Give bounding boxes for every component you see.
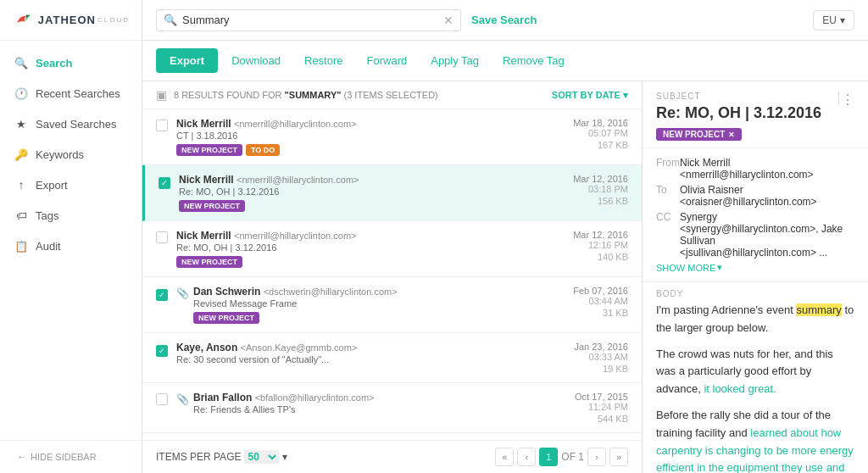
sort-field[interactable]: DATE [596, 90, 620, 100]
sidebar-item-tags[interactable]: 🏷 Tags [0, 200, 142, 231]
to-label: To [656, 184, 680, 196]
tags-icon: 🏷 [14, 208, 29, 223]
email-body-3: Nick Merrill <nmerrill@hillaryclinton.co… [176, 230, 566, 268]
email-size-4: 31 KB [573, 308, 628, 318]
results-query: "SUMMARY" [285, 90, 342, 100]
email-from-5: Kaye, Anson <Anson.Kaye@gmmb.com> [176, 342, 567, 353]
tag-label: NEW PROJECT [663, 130, 725, 139]
email-from-4: Dan Schwerin <dschwerin@hillaryclinton.c… [193, 286, 566, 298]
items-per-page-select[interactable]: 50 25 100 [244, 450, 279, 464]
row-checkbox-5[interactable]: ✓ [156, 342, 176, 357]
first-page-button[interactable]: « [495, 448, 514, 466]
sidebar-item-keywords[interactable]: 🔑 Keywords [0, 139, 142, 170]
row-checkbox-6[interactable] [156, 392, 176, 408]
email-body-4: Dan Schwerin <dschwerin@hillaryclinton.c… [193, 286, 566, 324]
save-search-button[interactable]: Save Search [471, 14, 537, 26]
table-row[interactable]: ✓ 📎 Dan Schwerin <dschwerin@hillaryclint… [142, 277, 642, 333]
to-value: Olivia Raisner <oraisner@hillaryclinton.… [680, 184, 854, 208]
items-per-page: ITEMS PER PAGE 50 25 100 ▾ [156, 450, 287, 464]
table-row[interactable]: Nick Merrill <nmerrill@hillaryclinton.co… [142, 221, 642, 277]
checkbox-icon [156, 120, 168, 131]
toolbar: Export Download Restore Forward Apply Ta… [142, 41, 868, 81]
more-options-button[interactable]: ⋮ [841, 92, 854, 108]
email-date-4: Feb 07, 2016 [573, 286, 628, 296]
select-all-checkbox[interactable]: ▣ [156, 88, 167, 102]
table-row[interactable]: 📎 Brian Fallon <bfallon@hillaryclinton.c… [142, 383, 642, 433]
to-do-tag: TO DO [246, 144, 280, 156]
new-project-tag: NEW PROJECT [193, 312, 259, 324]
subject-label: SUBJECT [656, 92, 854, 101]
search-icon: 🔍 [164, 14, 177, 26]
hide-sidebar-label: HIDE SIDEBAR [31, 452, 97, 462]
email-subject-2: Re: MO, OH | 3.12.2016 [179, 186, 566, 197]
next-page-button[interactable]: › [587, 448, 606, 466]
checkbox-icon: ✓ [156, 345, 168, 357]
row-checkbox-2[interactable]: ✓ [159, 174, 179, 189]
search-nav-icon: 🔍 [14, 55, 29, 70]
logo-icon [12, 7, 33, 34]
sidebar-item-audit[interactable]: 📋 Audit [0, 231, 142, 261]
row-checkbox-4[interactable]: ✓ [156, 286, 176, 301]
remove-tag-button[interactable]: Remove Tag [492, 48, 575, 73]
eu-selector[interactable]: EU ▾ [813, 10, 854, 31]
export-nav-icon: ↑ [14, 177, 29, 192]
pagination: « ‹ 1 OF 1 › » [495, 448, 628, 466]
sidebar-item-export[interactable]: ↑ Export [0, 170, 142, 200]
results-info: 8 RESULTS FOUND FOR "SUMMARY" (3 ITEMS S… [174, 90, 545, 100]
sidebar-item-search[interactable]: 🔍 Search [0, 47, 142, 78]
eu-label: EU [822, 14, 837, 26]
sidebar-item-saved-searches[interactable]: ★ Saved Searches [0, 109, 142, 139]
table-row[interactable]: John Podesta <john.podesta@gmail.com> Fw… [142, 433, 642, 440]
email-size-6: 544 KB [575, 414, 628, 424]
show-more-label: SHOW MORE [656, 263, 715, 273]
email-date-3: Mar 12, 2016 [573, 230, 628, 240]
table-row[interactable]: ✓ Kaye, Anson <Anson.Kaye@gmmb.com> Re: … [142, 333, 642, 383]
items-per-page-label: ITEMS PER PAGE [156, 451, 241, 463]
email-from-6: Brian Fallon <bfallon@hillaryclinton.com… [193, 392, 568, 403]
page-number-1[interactable]: 1 [539, 448, 558, 466]
saved-searches-icon: ★ [14, 116, 29, 131]
table-row[interactable]: Nick Merrill <nmerrill@hillaryclinton.co… [142, 109, 642, 165]
results-count-label: 8 RESULTS FOUND FOR [174, 90, 282, 100]
email-time-2: 03:18 PM [573, 184, 628, 194]
keywords-icon: 🔑 [14, 147, 29, 162]
new-project-tag: NEW PROJECT [179, 200, 245, 212]
email-meta-4: Feb 07, 2016 03:44 AM 31 KB [566, 286, 628, 318]
email-subject-4: Revised Message Frame [193, 298, 566, 309]
restore-button[interactable]: Restore [294, 48, 353, 73]
last-page-button[interactable]: » [609, 448, 628, 466]
email-meta-5: Jan 23, 2016 03:33 AM 19 KB [567, 342, 628, 374]
sort-chevron-icon[interactable]: ▾ [623, 90, 628, 100]
email-items: Nick Merrill <nmerrill@hillaryclinton.co… [142, 109, 642, 440]
apply-tag-button[interactable]: Apply Tag [420, 48, 489, 73]
export-button[interactable]: Export [156, 48, 218, 73]
email-body-2: Nick Merrill <nmerrill@hillaryclinton.co… [179, 174, 566, 212]
email-time-5: 03:33 AM [574, 352, 628, 362]
table-row[interactable]: ✓ Nick Merrill <nmerrill@hillaryclinton.… [142, 165, 642, 221]
tag-close-icon[interactable]: ✕ [728, 131, 735, 139]
sidebar-item-recent-label: Recent Searches [36, 87, 120, 100]
download-button[interactable]: Download [221, 48, 291, 73]
scrollbar-indicator [836, 92, 839, 105]
email-meta-2: Mar 12, 2016 03:18 PM 156 KB [566, 174, 628, 206]
row-checkbox-1[interactable] [156, 118, 176, 134]
search-input[interactable] [182, 14, 440, 26]
row-checkbox-3[interactable] [156, 230, 176, 246]
email-size-5: 19 KB [574, 364, 628, 374]
email-body-5: Kaye, Anson <Anson.Kaye@gmmb.com> Re: 30… [176, 342, 567, 368]
forward-button[interactable]: Forward [357, 48, 418, 73]
email-list: ▣ 8 RESULTS FOUND FOR "SUMMARY" (3 ITEMS… [142, 81, 643, 473]
sidebar-item-recent-searches[interactable]: 🕐 Recent Searches [0, 78, 142, 109]
email-time-4: 03:44 AM [573, 296, 628, 306]
email-time-1: 05:07 PM [573, 128, 628, 138]
sidebar-item-search-label: Search [36, 57, 72, 70]
prev-page-button[interactable]: ‹ [517, 448, 536, 466]
body-paragraph-3: Before the rally she did a tour of the t… [656, 407, 854, 473]
body-paragraph-1: I'm pasting Adrienne's event summary to … [656, 302, 854, 337]
from-label: From [656, 157, 680, 169]
search-clear-button[interactable]: ✕ [443, 14, 453, 27]
sidebar-item-audit-label: Audit [36, 240, 61, 253]
email-time-6: 11:24 PM [575, 402, 628, 412]
show-more-button[interactable]: SHOW MORE ▾ [656, 262, 854, 273]
hide-sidebar-button[interactable]: ← HIDE SIDEBAR [0, 440, 142, 473]
